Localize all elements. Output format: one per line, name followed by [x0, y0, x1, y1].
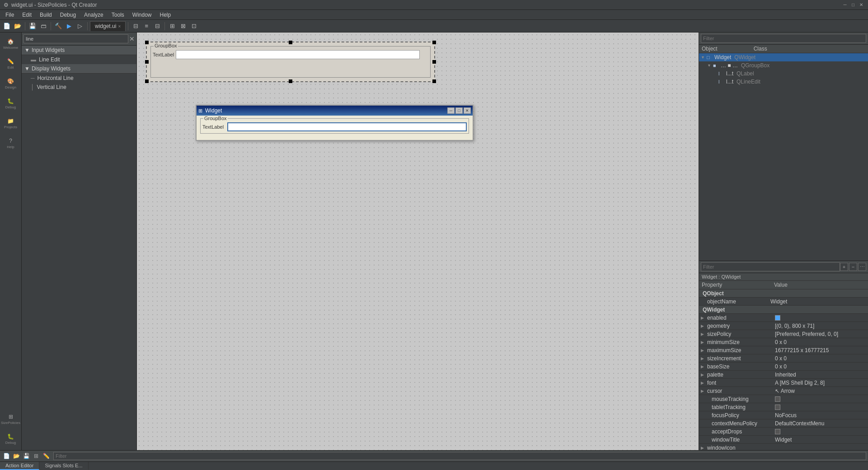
prop-focuspolicy[interactable]: focusPolicy NoFocus	[699, 411, 868, 419]
preview-close-button[interactable]: ✕	[464, 107, 471, 114]
tree-item-qlineedit[interactable]: l l...t QLineEdit	[699, 78, 868, 86]
widget-item-vertical-line[interactable]: │ Vertical Line	[22, 83, 136, 92]
canvas-groupbox[interactable]: GroupBox TextLabel	[150, 46, 431, 78]
save-all-button[interactable]: 🗃	[38, 21, 48, 31]
handle-top-left[interactable]	[145, 41, 149, 44]
prop-sizepolicy[interactable]: ▶ sizePolicy [Preferred, Preferred, 0, 0…	[699, 330, 868, 338]
maximize-button[interactable]: □	[850, 2, 856, 8]
menu-build[interactable]: Build	[36, 11, 56, 19]
tree-item-widget[interactable]: ▼ □ Widget QWidget	[699, 53, 868, 61]
canvas-widget[interactable]: GroupBox TextLabel	[146, 42, 435, 82]
prop-palette[interactable]: ▶ palette Inherited	[699, 371, 868, 379]
prop-tablettracking[interactable]: tabletTracking	[699, 403, 868, 411]
open-button[interactable]: 📂	[13, 21, 23, 31]
sidebar-projects[interactable]: 📁 Projects	[1, 114, 20, 133]
prop-windowicon[interactable]: ▶ windowIcon	[699, 444, 868, 450]
sidebar-sizepolicies[interactable]: ⊞ SizePolicies	[1, 410, 20, 428]
display-widgets-section[interactable]: ▼ Display Widgets	[22, 64, 136, 74]
toolbar-separator-5	[164, 22, 165, 30]
input-widgets-section[interactable]: ▼ Input Widgets	[22, 46, 136, 55]
handle-top-center[interactable]	[289, 41, 292, 44]
grid-button[interactable]: ⊞	[167, 21, 177, 31]
handle-mid-left[interactable]	[145, 60, 149, 64]
close-button[interactable]: ✕	[858, 2, 864, 8]
debug-run-button[interactable]: ▷	[75, 21, 85, 31]
action-save-button[interactable]: 💾	[22, 451, 31, 461]
tree-item-qlabel[interactable]: l l...t QLabel	[699, 70, 868, 78]
menu-debug[interactable]: Debug	[56, 11, 80, 19]
save-button[interactable]: 💾	[28, 21, 38, 31]
build-button[interactable]: 🔨	[53, 21, 63, 31]
props-remove-button[interactable]: −	[849, 263, 857, 271]
action-tabs: Action Editor Signals Slots E...	[0, 462, 868, 470]
preview-lineedit[interactable]	[227, 122, 467, 131]
menu-tools[interactable]: Tools	[108, 11, 128, 19]
prop-section-qwidget: QWidget	[699, 306, 868, 314]
prop-geometry-label: geometry	[705, 323, 773, 329]
tab-action-editor[interactable]: Action Editor	[0, 462, 39, 470]
editor-tab-widget[interactable]: widget.ui ×	[90, 21, 126, 31]
tree-item-groupbox[interactable]: ▼ ■ … ■ … QGroupBox	[699, 61, 868, 70]
properties-filter-input[interactable]	[701, 262, 840, 271]
canvas-lineedit[interactable]	[176, 50, 420, 59]
props-add-button[interactable]: +	[840, 263, 848, 271]
action-new-button[interactable]: 📄	[2, 451, 11, 461]
layout-button[interactable]: ⊠	[178, 21, 188, 31]
menu-help[interactable]: Help	[156, 11, 175, 19]
action-open-button[interactable]: 📂	[12, 451, 21, 461]
menu-analyze[interactable]: Analyze	[80, 11, 107, 19]
prop-geometry[interactable]: ▶ geometry [(0, 0), 800 x 71]	[699, 322, 868, 330]
sidebar-welcome[interactable]: 🏠 Welcome	[1, 34, 20, 53]
action-layout-button[interactable]: ⊞	[32, 451, 41, 461]
prop-maxsize[interactable]: ▶ maximumSize 16777215 x 16777215	[699, 346, 868, 354]
handle-bottom-left[interactable]	[145, 79, 149, 83]
sidebar-debug2[interactable]: 🐛 Debug	[1, 429, 20, 448]
prop-cursor[interactable]: ▶ cursor ↖ Arrow	[699, 387, 868, 395]
widget-item-line-edit[interactable]: ▬ Line Edit	[22, 55, 136, 64]
preview-maximize-button[interactable]: □	[455, 107, 463, 114]
widget-search-clear[interactable]: ✕	[129, 35, 135, 42]
handle-mid-right[interactable]	[432, 60, 436, 64]
object-tree-filter-input[interactable]	[701, 34, 866, 43]
action-filter-input[interactable]	[53, 452, 866, 460]
prop-objectname[interactable]: objectName Widget	[699, 298, 868, 306]
menu-edit[interactable]: Edit	[19, 11, 35, 19]
preview-minimize-button[interactable]: ─	[447, 107, 455, 114]
editor-tab-label: widget.ui	[95, 23, 116, 29]
prop-basesize[interactable]: ▶ baseSize 0 x 0	[699, 363, 868, 371]
prop-acceptdrops[interactable]: acceptDrops	[699, 428, 868, 436]
widget-search-input[interactable]	[23, 34, 128, 43]
menu-file[interactable]: File	[2, 11, 18, 19]
sidebar-design[interactable]: 🎨 Design	[1, 74, 20, 93]
handle-top-right[interactable]	[432, 41, 436, 44]
prop-enabled[interactable]: ▶ enabled	[699, 314, 868, 322]
prop-section-qobject: QObject	[699, 289, 868, 298]
action-edit-button[interactable]: ✏️	[42, 451, 51, 461]
widget-item-horizontal-line[interactable]: ─ Horizontal Line	[22, 74, 136, 83]
sidebar-help[interactable]: ? Help	[1, 134, 20, 153]
form-button[interactable]: ⊡	[189, 21, 199, 31]
editor-tab-close[interactable]: ×	[118, 24, 121, 29]
menu-window[interactable]: Window	[129, 11, 155, 19]
prop-font[interactable]: ▶ font A [MS Shell Dlg 2, 8]	[699, 379, 868, 387]
handle-bottom-right[interactable]	[432, 79, 436, 83]
prop-minsize[interactable]: ▶ minimumSize 0 x 0	[699, 338, 868, 346]
new-button[interactable]: 📄	[2, 21, 12, 31]
run-button[interactable]: ▶	[64, 21, 74, 31]
prop-contextmenupolicy[interactable]: contextMenuPolicy DefaultContextMenu	[699, 419, 868, 428]
sidebar-debug[interactable]: 🐛 Debug	[1, 94, 20, 113]
minimize-button[interactable]: ─	[842, 2, 848, 8]
prop-windowtitle[interactable]: windowTitle Widget	[699, 436, 868, 444]
align-left-button[interactable]: ⊟	[131, 21, 141, 31]
prop-mousetracking[interactable]: mouseTracking	[699, 395, 868, 403]
sidebar-edit[interactable]: ✏️ Edit	[1, 54, 20, 73]
tab-signals-slots[interactable]: Signals Slots E...	[39, 462, 88, 470]
prop-sizeincrement[interactable]: ▶ sizeIncrement 0 x 0	[699, 354, 868, 363]
handle-bottom-center[interactable]	[289, 79, 292, 83]
align-center-button[interactable]: ≡	[141, 21, 151, 31]
prop-maxsize-value: 16777215 x 16777215	[773, 347, 866, 354]
toolbar: 📄 📂 💾 🗃 🔨 ▶ ▷ widget.ui × ⊟ ≡ ⊟ ⊞ ⊠ ⊡	[0, 20, 868, 33]
props-more-button[interactable]: ⋯	[858, 263, 866, 271]
properties-scroll[interactable]: QObject objectName Widget QWidget ▶ enab…	[699, 289, 868, 450]
align-right-button[interactable]: ⊟	[152, 21, 162, 31]
